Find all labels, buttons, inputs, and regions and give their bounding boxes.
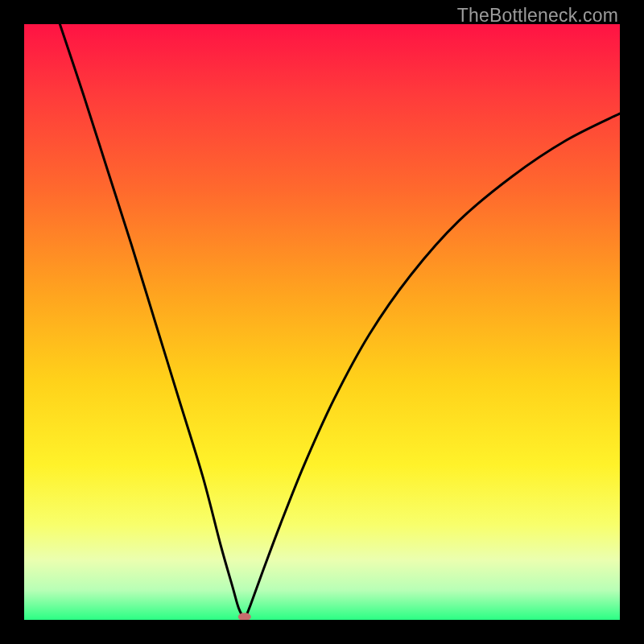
left-branch-curve (60, 24, 244, 620)
plot-area (24, 24, 620, 620)
chart-frame: TheBottleneck.com (0, 0, 644, 644)
curve-layer (24, 24, 620, 620)
watermark-label: TheBottleneck.com (457, 5, 618, 27)
right-branch-curve (245, 114, 620, 620)
